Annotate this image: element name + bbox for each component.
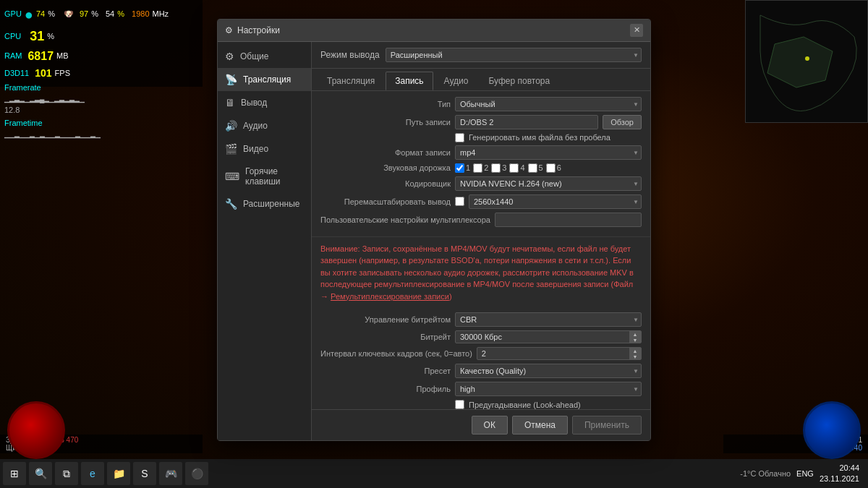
keyframe-up[interactable]: ▲: [629, 348, 641, 354]
sidebar-item-video[interactable]: 🎬 Видео: [218, 137, 311, 160]
remux-link[interactable]: Ремультиплексирование записи: [331, 292, 449, 301]
encoder-label: Кодировщик: [320, 179, 451, 188]
sidebar-label-stream: Трансляция: [243, 74, 291, 85]
tab-record[interactable]: Запись: [386, 72, 433, 90]
dialog-body: ⚙ Общие 📡 Трансляция 🖥 Вывод 🔊 Аудио 🎬: [218, 42, 650, 440]
tab-record-label: Запись: [395, 76, 423, 86]
no-space-row: Генерировать имя файла без пробела: [320, 133, 642, 142]
sidebar-label-hotkeys: Горячие клавиши: [245, 166, 304, 187]
tab-audio[interactable]: Аудио: [435, 72, 478, 90]
tab-replay[interactable]: Буфер повтора: [479, 72, 559, 90]
rescale-row: Перемасштабировать вывод 2560x1440 1920x…: [320, 194, 642, 209]
dialog-overlay: ⚙ Настройки ✕ ⚙ Общие 📡 Трансляция 🖥 Выв…: [0, 0, 868, 488]
no-space-label: Генерировать имя файла без пробела: [469, 133, 610, 142]
keyboard-icon: ⌨: [225, 171, 239, 182]
dialog-titlebar: ⚙ Настройки ✕: [218, 20, 650, 42]
warning-text: Внимание: Записи, сохранённые в MP4/MOV …: [320, 243, 642, 303]
signal-icon: 📡: [225, 74, 237, 85]
sidebar-item-hotkeys[interactable]: ⌨ Горячие клавиши: [218, 160, 311, 192]
mux-label: Пользовательские настройки мультиплексор…: [320, 215, 490, 224]
bitrate-down[interactable]: ▼: [629, 337, 641, 343]
warning-box: Внимание: Записи, сохранённые в MP4/MOV …: [312, 237, 650, 309]
sidebar-item-advanced[interactable]: 🔧 Расширенные: [218, 192, 311, 215]
format-select[interactable]: mp4 mkv mov: [455, 145, 642, 160]
track-6: 6: [546, 163, 561, 173]
sidebar-item-general[interactable]: ⚙ Общие: [218, 45, 311, 68]
speaker-icon: 🔊: [225, 120, 237, 132]
track-3-label: 3: [502, 163, 506, 172]
rescale-label: Перемасштабировать вывод: [320, 197, 451, 206]
track-2-label: 2: [484, 163, 488, 172]
bitrate-label: Битрейт: [320, 333, 451, 341]
dialog-title-text: Настройки: [237, 25, 280, 35]
settings-dialog: ⚙ Настройки ✕ ⚙ Общие 📡 Трансляция 🖥 Выв…: [217, 19, 651, 441]
ok-button[interactable]: ОК: [472, 416, 508, 435]
sidebar-item-output[interactable]: 🖥 Вывод: [218, 91, 311, 114]
bitrate-spinbox: ▲ ▼: [455, 330, 642, 343]
bitrate-ctrl-label: Управление битрейтом: [320, 315, 451, 324]
rescale-select[interactable]: 2560x1440 1920x1080 1280x720: [469, 194, 642, 209]
keyframe-down[interactable]: ▼: [629, 354, 641, 359]
sidebar-label-video: Видео: [243, 144, 268, 154]
lookahead-row: Предугадывание (Look-ahead): [320, 400, 642, 409]
track-1-label: 1: [466, 163, 470, 172]
rescale-select-wrapper: 2560x1440 1920x1080 1280x720: [469, 194, 642, 209]
tabs-row: Трансляция Запись Аудио Буфер повтора: [312, 69, 650, 91]
output-mode-select-wrapper: Расширенный Простой: [386, 48, 642, 62]
keyframe-input[interactable]: [477, 347, 642, 360]
track-1-checkbox[interactable]: [455, 163, 464, 173]
track-5: 5: [528, 163, 543, 173]
track-2-checkbox[interactable]: [473, 163, 482, 173]
apply-button[interactable]: Применить: [572, 416, 642, 435]
dialog-title-row: ⚙ Настройки: [225, 25, 280, 35]
output-mode-select[interactable]: Расширенный Простой: [386, 48, 642, 62]
track-6-checkbox[interactable]: [546, 163, 556, 173]
browse-button[interactable]: Обзор: [603, 115, 642, 129]
format-select-wrapper: mp4 mkv mov: [455, 145, 642, 160]
profile-select-wrapper: high main baseline: [455, 382, 642, 396]
sidebar-item-stream[interactable]: 📡 Трансляция: [218, 68, 311, 91]
mux-row: Пользовательские настройки мультиплексор…: [320, 213, 642, 227]
preset-select[interactable]: Качество (Quality) Производительность (P…: [455, 364, 642, 378]
track-4-checkbox[interactable]: [509, 163, 519, 173]
tab-stream[interactable]: Трансляция: [318, 72, 384, 90]
sidebar-item-audio[interactable]: 🔊 Аудио: [218, 114, 311, 137]
keyframe-spinbox: ▲ ▼: [477, 347, 642, 360]
mux-input[interactable]: [495, 213, 642, 227]
bitrate-ctrl-select[interactable]: CBR VBR CQP: [455, 312, 642, 327]
dialog-main-content: Режим вывода Расширенный Простой Трансля…: [312, 42, 650, 440]
keyframe-row: Интервал ключевых кадров (сек, 0=авто) ▲…: [320, 347, 642, 360]
dialog-sidebar: ⚙ Общие 📡 Трансляция 🖥 Вывод 🔊 Аудио 🎬: [218, 42, 312, 440]
path-row: Путь записи Обзор: [320, 115, 642, 129]
track-1: 1: [455, 163, 470, 173]
format-label: Формат записи: [320, 148, 451, 157]
type-select[interactable]: Обычный: [455, 97, 642, 111]
bitrate-arrows: ▲ ▼: [629, 331, 641, 343]
path-label: Путь записи: [320, 118, 451, 127]
bitrate-ctrl-row: Управление битрейтом CBR VBR CQP: [320, 312, 642, 327]
monitor-icon: 🖥: [225, 97, 235, 108]
no-space-checkbox[interactable]: [455, 133, 464, 142]
cancel-button[interactable]: Отмена: [512, 416, 568, 435]
rescale-checkbox[interactable]: [455, 197, 464, 206]
track-3: 3: [491, 163, 506, 173]
keyframe-arrows: ▲ ▼: [629, 348, 641, 359]
type-section: Тип Обычный Путь записи Обзор: [312, 91, 650, 237]
bitrate-up[interactable]: ▲: [629, 331, 641, 337]
track-4-label: 4: [520, 163, 524, 172]
sidebar-label-output: Вывод: [241, 98, 267, 108]
encoder-settings-section: Управление битрейтом CBR VBR CQP: [312, 308, 650, 409]
lookahead-checkbox[interactable]: [455, 400, 464, 409]
type-row: Тип Обычный: [320, 97, 642, 111]
encoder-select[interactable]: NVIDIA NVENC H.264 (new): [455, 176, 642, 191]
path-input[interactable]: [455, 115, 598, 129]
dialog-close-button[interactable]: ✕: [630, 24, 643, 37]
tab-content-record: Тип Обычный Путь записи Обзор: [312, 91, 650, 409]
type-label: Тип: [320, 100, 451, 108]
profile-row: Профиль high main baseline: [320, 382, 642, 396]
profile-select[interactable]: high main baseline: [455, 382, 642, 396]
bitrate-input[interactable]: [455, 330, 642, 343]
gear-icon: ⚙: [225, 51, 234, 62]
track-5-checkbox[interactable]: [528, 163, 537, 173]
track-3-checkbox[interactable]: [491, 163, 501, 173]
